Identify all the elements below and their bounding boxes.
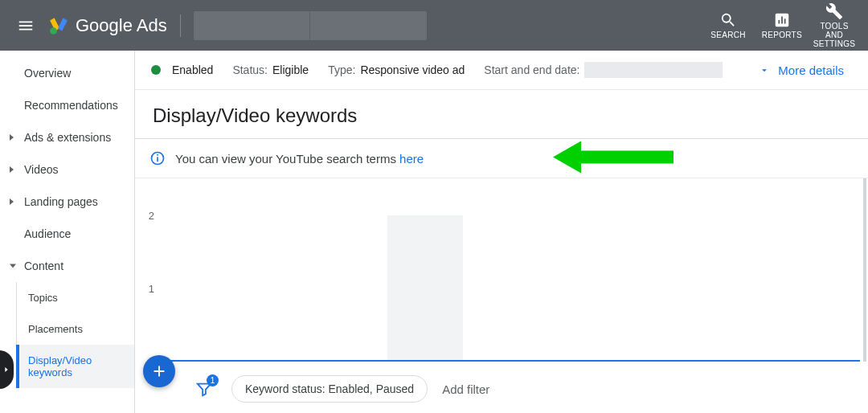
svg-rect-3 (157, 154, 158, 156)
y-tick: 1 (149, 283, 154, 295)
svg-point-0 (50, 27, 57, 35)
reports-label: REPORTS (762, 31, 802, 39)
scrollbar[interactable] (863, 178, 866, 362)
sidebar-item-recommendations[interactable]: Recommendations (0, 89, 134, 121)
divider (180, 14, 181, 37)
page-title: Display/Video keywords (135, 90, 868, 139)
line-chart: 2 1 0 Aug 17, 2022 (161, 215, 865, 362)
sidebar-item-videos[interactable]: Videos (0, 153, 134, 186)
account-switcher[interactable] (194, 11, 427, 40)
expand-panel-button[interactable] (0, 350, 14, 389)
banner-link[interactable]: here (399, 152, 424, 166)
sidebar-item-placements[interactable]: Placements (17, 313, 134, 345)
sidebar-item-content[interactable]: Content (0, 250, 134, 282)
info-icon (149, 150, 166, 166)
search-icon (719, 11, 737, 29)
chart-area: 2 1 0 Aug 17, 2022 1 Keyword status: Ena… (135, 178, 868, 413)
svg-marker-4 (553, 141, 674, 174)
status-bar: Enabled Status: Eligible Type: Responsiv… (135, 51, 868, 90)
chevron-down-icon (759, 64, 770, 76)
add-fab[interactable] (143, 355, 175, 387)
ad-type: Type: Responsive video ad (328, 63, 465, 76)
chart-line (161, 360, 860, 362)
reports-icon (773, 11, 791, 29)
date-range: Start and end date: (484, 62, 723, 78)
chevron-down-icon (10, 264, 16, 268)
sidebar-item-landing-pages[interactable]: Landing pages (0, 186, 134, 218)
sidebar-item-overview[interactable]: Overview (0, 57, 134, 89)
search-label: SEARCH (710, 31, 745, 39)
brand-logo[interactable]: Google Ads (48, 15, 167, 36)
search-tool[interactable]: SEARCH (702, 11, 753, 39)
google-ads-logo-icon (48, 15, 69, 36)
reports-tool[interactable]: REPORTS (754, 11, 810, 39)
chevron-right-icon (10, 134, 14, 141)
tools-settings-label: TOOLS AND SETTINGS (813, 22, 855, 48)
chevron-right-icon (10, 166, 14, 173)
tools-settings-tool[interactable]: TOOLS AND SETTINGS (810, 2, 858, 48)
green-arrow-annotation (553, 141, 674, 176)
filter-button[interactable]: 1 (191, 376, 217, 402)
wrench-icon (825, 2, 843, 20)
sidebar-item-audience[interactable]: Audience (0, 218, 134, 250)
y-tick: 2 (149, 210, 154, 222)
chevron-right-icon (10, 198, 14, 205)
status-enabled[interactable]: Enabled (151, 63, 213, 76)
filter-count-badge: 1 (207, 374, 219, 386)
chevron-right-icon (2, 364, 10, 375)
add-filter-button[interactable]: Add filter (442, 382, 489, 396)
status-dot-icon (151, 65, 161, 75)
more-details-toggle[interactable]: More details (759, 63, 844, 77)
brand-text: Google Ads (76, 15, 167, 36)
sidebar-content-group: Topics Placements Display/Video keywords (16, 282, 134, 388)
menu-icon[interactable] (10, 10, 42, 42)
sidebar-item-ads-extensions[interactable]: Ads & extensions (0, 121, 134, 153)
plus-icon (150, 362, 168, 380)
svg-rect-2 (157, 157, 158, 162)
status-eligible: Status: Eligible (232, 63, 309, 76)
app-header: Google Ads SEARCH REPORTS TOOLS AND SETT… (0, 0, 868, 51)
content-pane: Enabled Status: Eligible Type: Responsiv… (135, 51, 868, 413)
sidebar-item-display-video-keywords[interactable]: Display/Video keywords (16, 345, 134, 388)
banner-text: You can view your YouTube search terms h… (175, 152, 424, 166)
sidebar-item-topics[interactable]: Topics (17, 282, 134, 313)
filter-chip[interactable]: Keyword status: Enabled, Paused (231, 375, 428, 403)
chart-highlight-band (387, 215, 463, 362)
filter-bar: 1 Keyword status: Enabled, Paused Add fi… (135, 365, 868, 413)
info-banner: You can view your YouTube search terms h… (135, 139, 868, 178)
sidebar: Overview Recommendations Ads & extension… (0, 51, 135, 413)
